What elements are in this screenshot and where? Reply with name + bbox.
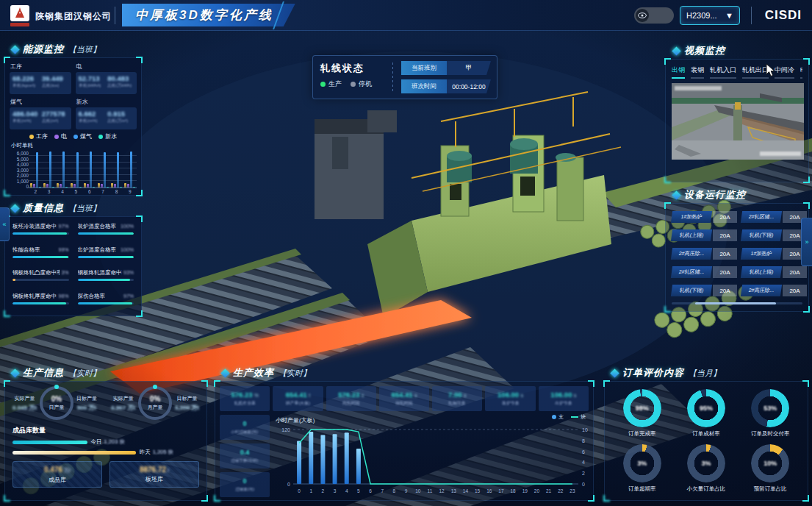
device-item[interactable]: 1#加热炉20A [741,248,807,260]
svg-text:15: 15 [475,488,481,493]
energy-bar-group [56,152,69,188]
video-panel: 出钢装钢轧机入口轧机出口中间冷电磁感 [665,59,809,182]
status-mode[interactable]: 生产 [320,79,342,89]
svg-text:7: 7 [381,488,384,493]
energy-metric-groups: 工序68.226单耗(kgce/t)39.449总耗(tce)电52.713单耗… [10,62,137,129]
svg-text:0: 0 [582,482,585,487]
left-collapse-tab[interactable]: « [0,207,10,241]
quality-item: 钢板终轧温度命中率93% [78,269,134,287]
quality-item: 装炉温度合格率100% [78,223,134,240]
efficiency-side-stats: 0小时过钢量(坯)0.4过钢节奏(分钟)0过钢量(坯) [220,415,270,497]
svg-text:22: 22 [558,488,564,493]
page-title-plate: 中厚板3D数字化产线 [122,4,295,26]
logo-subtext [10,23,29,26]
quality-panel-title: 质量信息【当班】 [12,202,101,215]
status-row: 当前班别甲 [401,61,491,75]
legend-item: 新水 [98,132,117,140]
hourly-chart-legend: 支块 [552,413,586,421]
heat-number-select[interactable]: H2309... ▼ [680,6,740,25]
energy-bar-group [109,152,123,188]
stock-section-label: 成品库数量 [12,426,199,435]
svg-text:6: 6 [582,449,585,455]
svg-text:23: 23 [570,488,575,493]
video-tab-5[interactable]: 中间冷 [775,65,794,79]
diamond-icon [672,46,681,56]
cctv-timestamp-osd [675,86,722,90]
diamond-icon [220,368,230,378]
chevron-down-icon: ▼ [725,11,733,20]
legend-item: 块 [571,413,586,421]
video-tab-3[interactable]: 轧机入口 [710,65,736,79]
video-panel-title: 视频监控 [673,44,725,57]
energy-chart-label: 小时单耗 [11,142,137,149]
device-item[interactable]: 2#高压除...20A [672,248,737,260]
devices-grid: 1#加热炉20A2#轧区辅...20A轧机(上辊)20A轧机(下辊)20A2#高… [672,211,802,296]
device-item[interactable]: 2#轧区辅...20A [672,266,737,278]
svg-text:18: 18 [510,488,516,493]
stock-bars: 今日1,203 块昨天1,205 块 [12,439,199,455]
video-tab-6[interactable]: 电磁感 [800,65,802,79]
svg-text:10: 10 [415,488,421,493]
quality-item: 板坯冷装温度命中率97% [12,223,69,240]
svg-text:1: 1 [309,488,312,493]
device-item[interactable]: 轧机(下辊)20A [672,285,737,296]
video-tab-1[interactable]: 出钢 [672,65,685,79]
line-status-panel: 轧线状态 生产停机 当前班别甲班次时间00:00-12:00 [312,55,497,99]
order-donut: 98%订单完成率 [612,389,672,441]
svg-text:0: 0 [287,482,290,487]
stat-card: 654.41 s待轧时间 [379,386,429,411]
company-name: 陕钢集团汉钢公司 [35,10,112,23]
top-header: 陕钢集团汉钢公司 中厚板3D数字化产线 H2309... ▼ CISDI [0,0,812,31]
eye-icon [636,9,649,22]
device-item[interactable]: 轧机(上辊)20A [741,266,807,278]
energy-group: 工序68.226单耗(kgce/t)39.449总耗(tce) [10,62,71,94]
devices-scrollbar[interactable] [672,302,802,304]
right-collapse-tab[interactable]: » [801,218,812,266]
stat-card: 106.00 s出炉节奏 [539,386,589,411]
hourly-chart-plot: 0123456789101112131415161718192021222312… [274,422,594,496]
status-divider [392,63,393,93]
production-panel: 实际产量0.045 万t0%日产量目标产量500 万t实际产量0.967 万t0… [4,381,207,501]
svg-text:10: 10 [582,427,588,432]
energy-panel-title: 能源监控【当班】 [12,43,101,56]
quality-item: 探伤合格率97% [78,293,134,310]
stock-bar: 今日1,203 块 [12,439,199,445]
diamond-icon [10,368,20,378]
svg-text:6: 6 [369,488,372,493]
energy-panel: 工序68.226单耗(kgce/t)39.449总耗(tce)电52.713单耗… [4,57,142,196]
energy-legend: 工序电煤气新水 [10,132,137,140]
legend-item: 支 [552,413,564,421]
devices-panel: 1#加热炉20A2#轧区辅...20A轧机(上辊)20A轧机(下辊)20A2#高… [665,203,809,312]
device-item[interactable]: 轧机(下辊)20A [741,229,807,241]
production-gauge: 实际产量0.967 万t0%月产量目标产量5,000 万t [111,386,199,420]
devices-panel-title: 设备运行监控 [673,188,746,202]
dashboard-root: 陕钢集团汉钢公司 中厚板3D数字化产线 H2309... ▼ CISDI 轧线状… [0,0,812,506]
diamond-icon [610,368,619,378]
device-item[interactable]: 2#轧区辅...20A [741,211,807,223]
warehouse-cards: 0.476万t成品库8876.72t板坯库 [12,461,199,488]
device-item[interactable]: 2#高压除...20A [741,285,807,296]
cctv-thumbnail[interactable] [672,83,804,160]
side-stat-card: 0.4过钢节奏(分钟) [220,443,270,468]
svg-text:19: 19 [522,488,528,493]
svg-text:8: 8 [582,438,585,443]
visibility-toggle[interactable] [634,7,674,24]
device-item[interactable]: 1#加热炉20A [672,211,737,223]
production-panel-title: 生产信息【实时】 [12,366,101,380]
svg-text:9: 9 [405,488,408,493]
hourly-output-chart: 小时产量(大板) 支块 0123456789101112131415161718… [274,415,589,497]
stat-card: 576.23 %轧机作业率 [220,386,270,411]
svg-text:4: 4 [345,488,348,493]
video-tab-2[interactable]: 装钢 [691,65,704,79]
energy-group: 电52.713单耗(kWh/t)80.483总耗(万kWh) [76,62,137,94]
svg-text:0: 0 [298,488,301,493]
scrollbar-thumb[interactable] [695,302,776,304]
svg-text:21: 21 [546,488,552,493]
video-tab-4[interactable]: 轧机出口 [742,65,769,79]
energy-x-axis: 23456789 [29,188,137,194]
quality-item: 钢板终轧厚度命中率96% [12,293,69,310]
svg-text:11: 11 [428,488,433,493]
device-item[interactable]: 轧机(上辊)20A [672,229,737,241]
svg-text:2: 2 [582,471,585,476]
status-mode[interactable]: 停机 [351,79,372,89]
